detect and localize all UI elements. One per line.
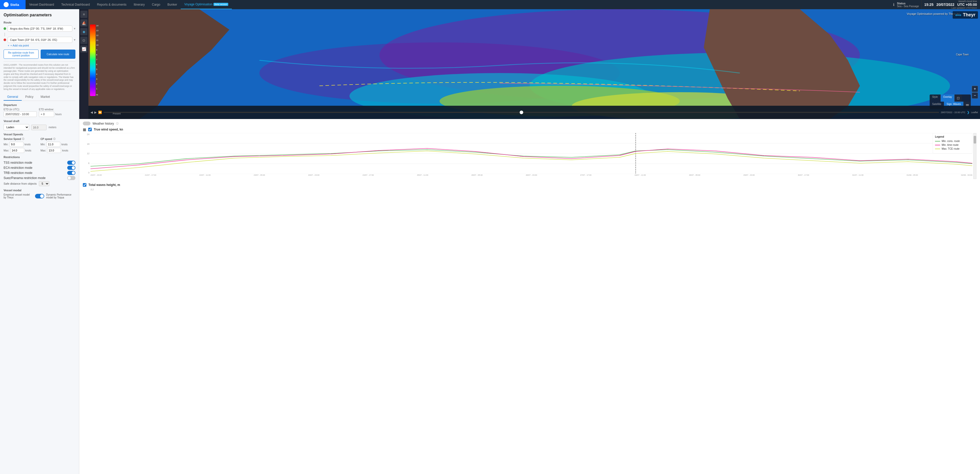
info-icon[interactable]: ℹ xyxy=(893,3,894,6)
chart-scrollbar[interactable] xyxy=(974,133,977,179)
zoom-out-button[interactable]: − xyxy=(972,92,978,98)
weather-history-label: Weather history xyxy=(92,122,114,125)
vessel-draft-label: Vessel draft xyxy=(3,119,75,122)
color-scale xyxy=(90,24,95,96)
vessel-icon[interactable]: ⛵ xyxy=(80,19,88,27)
tab-general[interactable]: General xyxy=(3,94,22,101)
nav-item-itinerary[interactable]: Itinerary xyxy=(130,0,148,9)
origin-select[interactable]: Angra dos Reis (23° 00. 7'S, 044° 18. 8'… xyxy=(8,25,72,32)
service-speed-info-icon[interactable]: ⓘ xyxy=(22,137,24,141)
etd-window-input[interactable] xyxy=(39,111,54,117)
service-speed-min-row: Min: knots xyxy=(3,142,38,147)
service-max-input[interactable] xyxy=(10,148,24,153)
chevron-icon-dest: ▾ xyxy=(74,38,75,42)
legend-item-time: Min. time route xyxy=(935,144,970,146)
etd-input[interactable] xyxy=(3,111,37,117)
play-button[interactable]: ▶ xyxy=(94,111,97,114)
tss-toggle[interactable] xyxy=(67,161,75,165)
etd-label: ETD (in UTC): xyxy=(3,108,37,111)
nav-item-voyage-optimisation[interactable]: Voyage Optimisation Beta version xyxy=(181,0,232,9)
scrollbar-thumb[interactable] xyxy=(974,136,976,144)
etd-window-group: ETD window: hours xyxy=(39,108,62,117)
wind-speed-svg xyxy=(91,133,972,174)
trb-toggle[interactable] xyxy=(67,171,75,175)
cp-min-input[interactable] xyxy=(46,142,60,147)
cp-speed-label: CP speed xyxy=(41,138,52,141)
waves-chart-header: Total waves height, m xyxy=(83,183,977,187)
vessel-modal-toggle[interactable] xyxy=(35,194,44,198)
brand-logo[interactable]: Stella xyxy=(0,0,25,9)
eca-toggle[interactable] xyxy=(67,166,75,170)
chart-inner-wind: 20/07 - 23:00 21/07 - 17:00 22/07 - 11:0… xyxy=(91,133,972,179)
weather-info-icon[interactable]: ⓘ xyxy=(116,122,119,125)
play-prev-button[interactable]: ◀ xyxy=(91,111,93,114)
theyr-arrows-icon: ⇦⇨ xyxy=(955,13,961,17)
legend-title: Legend xyxy=(935,135,970,138)
safe-dist-label: Safe distance from objects xyxy=(3,182,37,185)
nav-item-cargo[interactable]: Cargo xyxy=(148,0,164,9)
knots-3: knots xyxy=(61,143,67,146)
dest-dot xyxy=(3,38,6,41)
restriction-trb-row: TRB restriction mode xyxy=(3,171,75,175)
service-min-label: Min: xyxy=(3,143,8,146)
tss-label: TSS restriction mode xyxy=(3,161,32,165)
restriction-suez-row: Suez/Panama restriction mode xyxy=(3,176,75,180)
cp-max-input[interactable] xyxy=(47,148,61,153)
legend-item-tce: Max. TCE route xyxy=(935,147,970,150)
add-via-label: + Add via point xyxy=(10,44,29,47)
service-min-input[interactable] xyxy=(10,142,24,147)
calculate-button[interactable]: Calculate new route xyxy=(41,49,76,59)
nav-items: Vessel Dashboard Technical Dashboard Rep… xyxy=(25,0,890,9)
cp-speed-group: CP speed ⓘ Min: knots Max: knots xyxy=(41,137,76,153)
safe-dist-select[interactable]: 5 xyxy=(39,181,49,186)
x-axis-wind: 20/07 - 23:00 21/07 - 17:00 22/07 - 11:0… xyxy=(91,174,972,176)
route-section-label: Route xyxy=(3,21,75,24)
add-via-point[interactable]: + + Add via point xyxy=(8,44,75,47)
clock-icon[interactable]: ⊙ xyxy=(80,37,88,44)
cp-min-label: Min: xyxy=(41,143,46,146)
layers-icon[interactable]: ◈ xyxy=(80,28,88,35)
draft-meters-input[interactable] xyxy=(31,125,46,130)
nav-item-bunker[interactable]: Bunker xyxy=(164,0,181,9)
suez-toggle[interactable] xyxy=(67,176,75,180)
eca-label: ECA restriction mode xyxy=(3,166,32,170)
plus-icon: + xyxy=(8,44,9,47)
dest-select[interactable]: Cape Town (33° 54. 6'S, 018° 26. 0'E) xyxy=(8,37,72,43)
hours-label: hours xyxy=(55,113,62,116)
nav-item-reports[interactable]: Reports & documents xyxy=(93,0,130,9)
waves-checkbox[interactable] xyxy=(83,183,86,187)
service-speed-group: Service Speed ⓘ Min: knots Max: knots xyxy=(3,137,38,153)
style-label: Style xyxy=(930,95,941,101)
leaflet-credit: Leaflet xyxy=(971,111,978,114)
trend-icon[interactable]: 📈 xyxy=(80,46,88,52)
main-layout: Optimisation parameters Route Angra dos … xyxy=(0,9,980,474)
nav-item-technical-dashboard[interactable]: Technical Dashboard xyxy=(57,0,93,9)
route-connector xyxy=(5,33,5,36)
copy-icon[interactable]: ⊡ xyxy=(955,95,962,101)
nav-item-vessel-dashboard[interactable]: Vessel Dashboard xyxy=(25,0,57,9)
vessel-draft-row: Laden meters xyxy=(3,124,75,130)
timeline-slider[interactable]: Present xyxy=(103,112,939,113)
suez-label: Suez/Panama restriction mode xyxy=(3,176,46,180)
timeline-bar: ◀ ▶ ⏩ Present 29/07/2022 - 15:00 UTC ❯ L… xyxy=(88,106,980,119)
overlay-button[interactable]: Overlay xyxy=(941,95,955,101)
menu-icon[interactable]: ≡ xyxy=(80,11,88,18)
play-next-button[interactable]: ⏩ xyxy=(98,111,102,114)
weather-history-toggle[interactable] xyxy=(83,122,91,125)
zoom-in-button[interactable]: + xyxy=(972,86,978,92)
map-toolbar: ≡ ⛵ ◈ ⊙ 📈 xyxy=(79,9,88,119)
tab-market[interactable]: Market xyxy=(37,94,54,101)
cp-speed-info-icon[interactable]: ⓘ xyxy=(53,137,56,141)
draft-select[interactable]: Laden xyxy=(3,124,29,130)
reoptimise-button[interactable]: Re-optimise route from current position xyxy=(3,49,38,59)
wind-speed-checkbox[interactable] xyxy=(88,128,92,131)
tab-policy[interactable]: Policy xyxy=(22,94,37,101)
cp-max-label: Max: xyxy=(41,149,46,152)
waves-y-label: 3.2 xyxy=(91,188,977,191)
origin-dot xyxy=(3,27,6,30)
legend-cons-line xyxy=(935,141,940,141)
grid-icon[interactable]: ▦ xyxy=(83,127,86,132)
wind-speed-chart-section: ▦ True wind speed, kn 24181260 xyxy=(83,127,977,179)
restriction-eca-row: ECA restriction mode xyxy=(3,166,75,170)
panel-title: Optimisation parameters xyxy=(3,13,75,17)
